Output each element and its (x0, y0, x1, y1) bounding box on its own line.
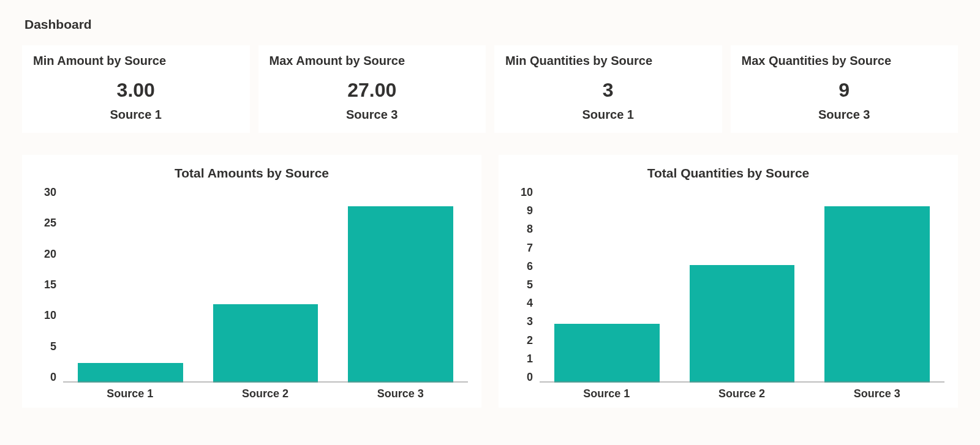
card-max-amount: Max Amount by Source 27.00 Source 3 (258, 45, 486, 133)
bar[interactable] (348, 206, 453, 383)
y-axis: 302520151050 (36, 187, 62, 383)
x-tick-label: Source 1 (62, 387, 198, 400)
chart-body: 109876543210 (512, 187, 944, 383)
bar-slot (198, 304, 333, 383)
y-tick-label: 1 (527, 353, 533, 364)
bar[interactable] (690, 265, 795, 383)
bar[interactable] (554, 324, 660, 383)
card-value: 3 (505, 79, 711, 102)
bar-slot (63, 363, 198, 383)
y-tick-label: 2 (527, 335, 533, 346)
card-min-quantities: Min Quantities by Source 3 Source 1 (494, 45, 722, 133)
bar[interactable] (213, 304, 318, 383)
card-title: Max Amount by Source (270, 54, 475, 68)
y-tick-label: 7 (527, 242, 533, 253)
y-axis: 109876543210 (512, 187, 539, 383)
chart-total-quantities: Total Quantities by Source109876543210So… (499, 155, 958, 408)
charts-row: Total Amounts by Source302520151050Sourc… (22, 155, 958, 408)
x-axis-labels: Source 1Source 2Source 3 (62, 387, 468, 400)
y-tick-label: 30 (44, 187, 56, 198)
y-tick-label: 0 (527, 372, 533, 383)
x-axis-line (63, 381, 468, 383)
chart-title: Total Quantities by Source (512, 166, 944, 181)
x-axis-labels: Source 1Source 2Source 3 (539, 387, 944, 400)
bar[interactable] (78, 363, 183, 383)
y-tick-label: 6 (527, 261, 533, 272)
y-tick-label: 3 (527, 316, 533, 327)
card-min-amount: Min Amount by Source 3.00 Source 1 (22, 45, 250, 133)
bar-slot (333, 206, 468, 383)
x-tick-label: Source 3 (333, 387, 468, 400)
card-value: 27.00 (270, 79, 475, 102)
x-tick-label: Source 1 (539, 387, 674, 400)
y-tick-label: 8 (527, 223, 533, 234)
y-tick-label: 0 (50, 372, 56, 383)
card-max-quantities: Max Quantities by Source 9 Source 3 (731, 45, 959, 133)
bars-container (540, 187, 944, 383)
x-tick-label: Source 2 (674, 387, 810, 400)
chart-body: 302520151050 (36, 187, 468, 383)
card-sub: Source 3 (270, 108, 475, 122)
bar-slot (540, 324, 674, 383)
card-title: Min Quantities by Source (505, 54, 711, 68)
plot-area (62, 187, 468, 383)
bar-slot (810, 206, 944, 383)
y-tick-label: 5 (527, 279, 533, 290)
y-tick-label: 10 (44, 310, 56, 321)
bar-slot (674, 265, 809, 383)
x-axis-line (540, 381, 944, 383)
chart-total-amounts: Total Amounts by Source302520151050Sourc… (22, 155, 481, 408)
y-tick-label: 25 (44, 217, 56, 228)
card-sub: Source 3 (742, 108, 948, 122)
dashboard-page: Dashboard Min Amount by Source 3.00 Sour… (0, 0, 980, 408)
y-tick-label: 4 (527, 297, 533, 309)
y-tick-label: 10 (521, 187, 533, 198)
y-tick-label: 15 (44, 279, 56, 290)
bar[interactable] (824, 206, 930, 383)
x-tick-label: Source 2 (198, 387, 333, 400)
card-title: Max Quantities by Source (742, 54, 948, 68)
y-tick-label: 20 (44, 249, 56, 260)
card-value: 3.00 (33, 79, 239, 102)
y-tick-label: 5 (50, 341, 56, 352)
y-tick-label: 9 (527, 205, 533, 216)
x-tick-label: Source 3 (809, 387, 944, 400)
chart-title: Total Amounts by Source (36, 166, 468, 181)
card-title: Min Amount by Source (33, 54, 239, 68)
card-sub: Source 1 (505, 108, 711, 122)
plot-area (539, 187, 944, 383)
page-title: Dashboard (24, 17, 958, 32)
summary-cards-row: Min Amount by Source 3.00 Source 1 Max A… (22, 45, 958, 133)
card-value: 9 (742, 79, 948, 102)
bars-container (63, 187, 468, 383)
card-sub: Source 1 (33, 108, 239, 122)
